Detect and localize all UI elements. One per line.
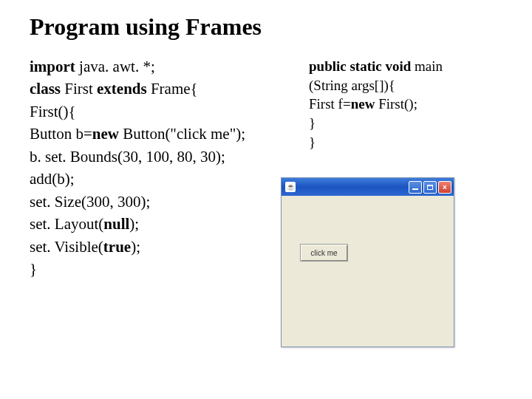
code-line: add(b); [30,168,303,190]
code-line: class First extends Frame{ [30,78,303,100]
code-line: import java. awt. *; [30,55,303,78]
frame-body: click me [282,196,454,347]
slide-title: Program using Frames [30,13,510,41]
code-line: } [309,133,516,152]
code-line: set. Visible(true); [30,236,303,258]
maximize-button[interactable] [423,181,437,194]
code-line: } [309,114,516,133]
awt-frame-window: ☕ × click me [281,177,454,347]
close-button[interactable]: × [438,181,451,194]
window-controls: × [409,181,451,194]
code-line: } [30,258,303,280]
click-me-button[interactable]: click me [300,244,348,262]
code-line: (String args[]){ [309,76,516,95]
minimize-button[interactable] [409,181,422,194]
code-left-block: import java. awt. *;class First extends … [30,55,303,280]
slide: Program using Frames import java. awt. *… [0,0,532,399]
java-icon: ☕ [285,182,296,192]
code-line: b. set. Bounds(30, 100, 80, 30); [30,146,303,168]
frame-titlebar: ☕ × [282,178,454,196]
code-line: set. Size(300, 300); [30,191,303,213]
code-line: First f=new First(); [309,95,516,114]
code-line: First(){ [30,100,303,123]
code-line: public static void main [309,57,516,76]
code-line: set. Layout(null); [30,213,303,235]
code-line: Button b=new Button("click me"); [30,123,303,145]
titlebar-left: ☕ [285,182,296,192]
